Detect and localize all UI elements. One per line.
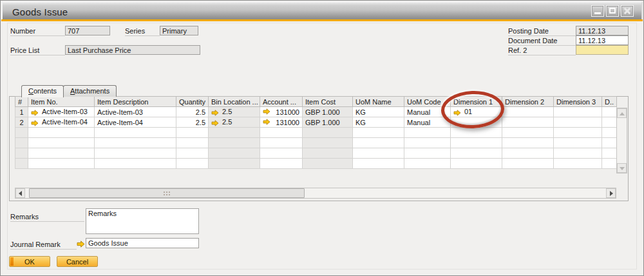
cell-uom-name-row1[interactable]: KG: [353, 107, 404, 117]
cell-0-row3[interactable]: [15, 128, 28, 138]
column-header-quantity[interactable]: Quantity: [176, 97, 209, 107]
cell-quantity-row5[interactable]: [176, 148, 209, 159]
cell-quantity-row4[interactable]: [176, 138, 209, 148]
cell-uom-name-row4[interactable]: [353, 138, 404, 148]
column-header-item-cost[interactable]: Item Cost: [303, 97, 353, 107]
cell-account-row1[interactable]: 131000: [260, 107, 303, 117]
cell-0-row1[interactable]: 1: [15, 107, 28, 117]
column-header-d[interactable]: D..: [602, 97, 617, 107]
tab-contents[interactable]: Contents: [21, 85, 64, 97]
cell-item-no-row4[interactable]: [28, 138, 95, 148]
cell-uom-code-row4[interactable]: [404, 138, 451, 148]
cell-d-row4[interactable]: [602, 138, 617, 148]
cell-bin-location-row6[interactable]: [209, 159, 260, 169]
scroll-right-button[interactable]: [606, 188, 616, 198]
link-arrow-icon[interactable]: [263, 108, 270, 115]
remarks-field[interactable]: Remarks: [86, 208, 199, 234]
cell-dimension-2-row3[interactable]: [502, 128, 554, 138]
link-arrow-icon[interactable]: [77, 241, 85, 248]
cell-item-cost-row5[interactable]: [303, 148, 353, 159]
cell-uom-name-row3[interactable]: [353, 128, 404, 138]
cell-item-cost-row3[interactable]: [303, 128, 353, 138]
posting-date-field[interactable]: [576, 26, 629, 35]
cell-item-no-row5[interactable]: [28, 148, 95, 159]
column-header-0[interactable]: #: [15, 97, 28, 107]
cell-item-cost-row4[interactable]: [303, 138, 353, 148]
cell-bin-location-row5[interactable]: [209, 148, 260, 159]
cell-uom-code-row5[interactable]: [404, 148, 451, 159]
vertical-scrollbar[interactable]: [616, 108, 627, 173]
cell-d-row5[interactable]: [602, 148, 617, 159]
document-date-field[interactable]: [576, 35, 629, 45]
cell-dimension-3-row2[interactable]: [554, 117, 602, 128]
cell-account-row5[interactable]: [260, 148, 303, 159]
column-header-account[interactable]: Account ...: [260, 97, 303, 107]
cancel-button[interactable]: Cancel: [57, 256, 98, 267]
ok-button[interactable]: OK: [9, 256, 50, 267]
cell-dimension-3-row6[interactable]: [554, 159, 602, 169]
cell-account-row4[interactable]: [260, 138, 303, 148]
cell-dimension-2-row2[interactable]: [502, 117, 554, 128]
link-arrow-icon[interactable]: [31, 110, 39, 116]
journal-remark-field[interactable]: [86, 238, 199, 248]
cell-uom-code-row2[interactable]: Manual: [404, 117, 451, 128]
cell-dimension-3-row5[interactable]: [554, 148, 602, 159]
cell-item-description-row4[interactable]: [95, 138, 176, 148]
column-header-bin-location[interactable]: Bin Location ...: [209, 97, 260, 107]
cell-quantity-row2[interactable]: 2.5: [176, 117, 209, 128]
scroll-down-button[interactable]: [617, 163, 627, 173]
column-header-dimension-2[interactable]: Dimension 2: [502, 97, 554, 107]
link-arrow-icon[interactable]: [31, 120, 39, 126]
cell-dimension-1-row3[interactable]: [451, 128, 502, 138]
cell-item-no-row6[interactable]: [28, 159, 95, 169]
column-header-uom-name[interactable]: UoM Name: [353, 97, 404, 107]
cell-dimension-3-row4[interactable]: [554, 138, 602, 148]
cell-dimension-1-row5[interactable]: [451, 148, 502, 159]
series-field[interactable]: [160, 26, 198, 35]
cell-0-row2[interactable]: 2: [15, 117, 28, 128]
minimize-button[interactable]: [591, 5, 604, 17]
cell-item-no-row1[interactable]: Active-Item-03: [28, 107, 95, 117]
cell-item-cost-row1[interactable]: GBP 1.000: [303, 107, 353, 117]
column-header-item-description[interactable]: Item Description: [95, 97, 176, 107]
cell-bin-location-row3[interactable]: [209, 128, 260, 138]
cell-d-row2[interactable]: [602, 117, 617, 128]
cell-quantity-row3[interactable]: [176, 128, 209, 138]
cell-uom-code-row3[interactable]: [404, 128, 451, 138]
link-arrow-icon[interactable]: [263, 119, 270, 125]
cell-item-no-row3[interactable]: [28, 128, 95, 138]
cell-uom-name-row6[interactable]: [353, 159, 404, 169]
cell-dimension-1-row4[interactable]: [451, 138, 502, 148]
cell-quantity-row6[interactable]: [176, 159, 209, 169]
horizontal-scroll-thumb[interactable]: [29, 188, 305, 198]
cell-dimension-1-row6[interactable]: [451, 159, 502, 169]
cell-0-row4[interactable]: [15, 138, 28, 148]
cell-uom-name-row2[interactable]: KG: [353, 117, 404, 128]
cell-0-row5[interactable]: [15, 148, 28, 159]
cell-d-row3[interactable]: [602, 128, 617, 138]
cell-bin-location-row1[interactable]: 2.5: [209, 107, 260, 117]
scroll-up-button[interactable]: [617, 108, 627, 118]
maximize-button[interactable]: [606, 5, 619, 17]
cell-d-row6[interactable]: [602, 159, 617, 169]
cell-dimension-2-row6[interactable]: [502, 159, 554, 169]
cell-dimension-2-row1[interactable]: [502, 107, 554, 117]
cell-account-row2[interactable]: 131000: [260, 117, 303, 128]
cell-dimension-2-row5[interactable]: [502, 148, 554, 159]
cell-dimension-3-row3[interactable]: [554, 128, 602, 138]
cell-bin-location-row2[interactable]: 2.5: [209, 117, 260, 128]
cell-quantity-row1[interactable]: 2.5: [176, 107, 209, 117]
tab-attachments[interactable]: Attachments: [63, 85, 117, 97]
cell-item-description-row2[interactable]: Active-Item-04: [95, 117, 176, 128]
cell-dimension-3-row1[interactable]: [554, 107, 602, 117]
price-list-field[interactable]: [65, 45, 200, 55]
column-header-item-no[interactable]: Item No.: [28, 97, 95, 107]
link-arrow-icon[interactable]: [211, 120, 219, 126]
cell-item-description-row6[interactable]: [95, 159, 176, 169]
cell-account-row6[interactable]: [260, 159, 303, 169]
column-header-dimension-3[interactable]: Dimension 3: [554, 97, 602, 107]
cell-dimension-2-row4[interactable]: [502, 138, 554, 148]
horizontal-scroll-track[interactable]: [25, 188, 606, 198]
title-bar[interactable]: Goods Issue: [1, 1, 643, 19]
cell-item-cost-row2[interactable]: GBP 1.000: [303, 117, 353, 128]
